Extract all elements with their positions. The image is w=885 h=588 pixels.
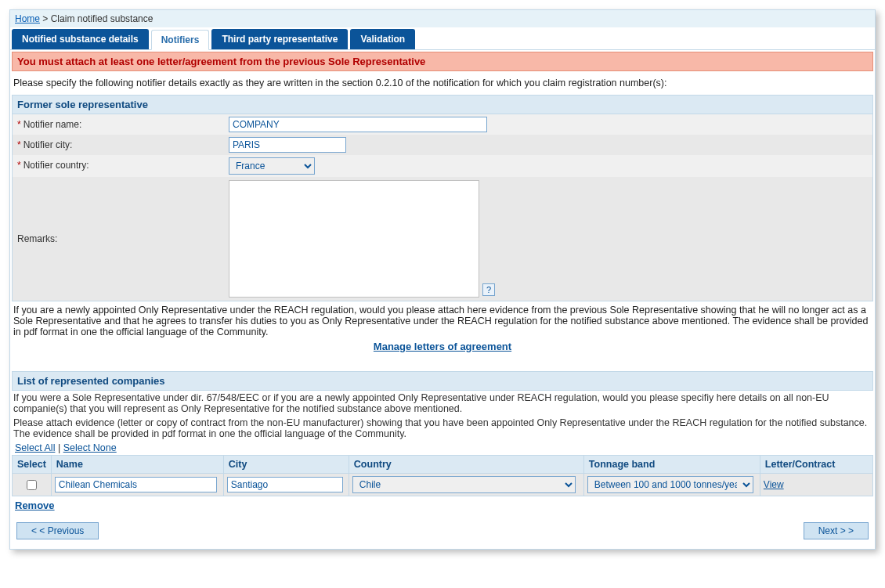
former-form: *Notifier name: *Notifier city: *Notifie… (12, 114, 873, 301)
breadcrumb-sep: > (40, 13, 51, 24)
row-view-link[interactable]: View (764, 479, 784, 490)
tab-substance-details[interactable]: Notified substance details (12, 29, 149, 49)
section-former-title: Former sole representative (12, 95, 873, 114)
breadcrumb-current: Claim notified substance (51, 13, 154, 24)
remove-link[interactable]: Remove (15, 500, 55, 511)
select-none-link[interactable]: Select None (63, 442, 117, 453)
notifier-country-select[interactable]: France (229, 157, 315, 175)
app-window: Home > Claim notified substance Notified… (9, 9, 876, 550)
tab-bar: Notified substance details Notifiers Thi… (10, 27, 875, 50)
companies-para2: Please attach evidence (letter or copy o… (10, 416, 875, 441)
evidence-paragraph: If you are a newly appointed Only Repres… (10, 301, 875, 339)
col-tonnage: Tonnage band (583, 456, 760, 474)
previous-button[interactable]: < < Previous (16, 522, 99, 539)
notifier-name-label: Notifier name: (23, 119, 82, 130)
select-all-link[interactable]: Select All (15, 442, 55, 453)
notifier-city-label: Notifier city: (23, 139, 73, 150)
row-name-input[interactable] (55, 477, 217, 492)
section-companies-title: List of represented companies (12, 371, 873, 391)
tab-notifiers[interactable]: Notifiers (151, 30, 210, 50)
companies-para1: If you were a Sole Representative under … (10, 391, 875, 416)
col-name: Name (51, 456, 223, 474)
col-country: Country (349, 456, 583, 474)
notifier-city-input[interactable] (229, 137, 346, 153)
next-button[interactable]: Next > > (804, 522, 869, 539)
col-letter: Letter/Contract (760, 456, 872, 474)
remarks-label: Remarks: (17, 233, 57, 244)
instruction-text: Please specify the following notifier de… (10, 73, 875, 93)
warning-banner: You must attach at least one letter/agre… (12, 52, 873, 71)
table-row: Chile Between 100 and 1000 tonnes/year V… (13, 474, 873, 496)
breadcrumb-home[interactable]: Home (15, 13, 40, 24)
nav-bar: < < Previous Next > > (10, 514, 875, 549)
selection-links: Select All | Select None (10, 441, 875, 455)
tab-third-party[interactable]: Third party representative (211, 29, 348, 49)
col-city: City (223, 456, 349, 474)
help-icon[interactable]: ? (482, 283, 495, 296)
remarks-textarea[interactable] (229, 180, 479, 298)
row-country-select[interactable]: Chile (352, 476, 576, 493)
notifier-country-label: Notifier country: (23, 160, 89, 171)
row-checkbox[interactable] (27, 480, 37, 490)
companies-table: Select Name City Country Tonnage band Le… (12, 455, 873, 496)
sel-sep: | (55, 442, 63, 453)
breadcrumb: Home > Claim notified substance (10, 10, 875, 27)
manage-letters-link[interactable]: Manage letters of agreement (374, 341, 511, 352)
tab-validation[interactable]: Validation (350, 29, 415, 49)
row-city-input[interactable] (227, 477, 343, 492)
notifier-name-input[interactable] (229, 117, 487, 132)
row-tonnage-select[interactable]: Between 100 and 1000 tonnes/year (587, 476, 753, 493)
col-select: Select (13, 456, 52, 474)
